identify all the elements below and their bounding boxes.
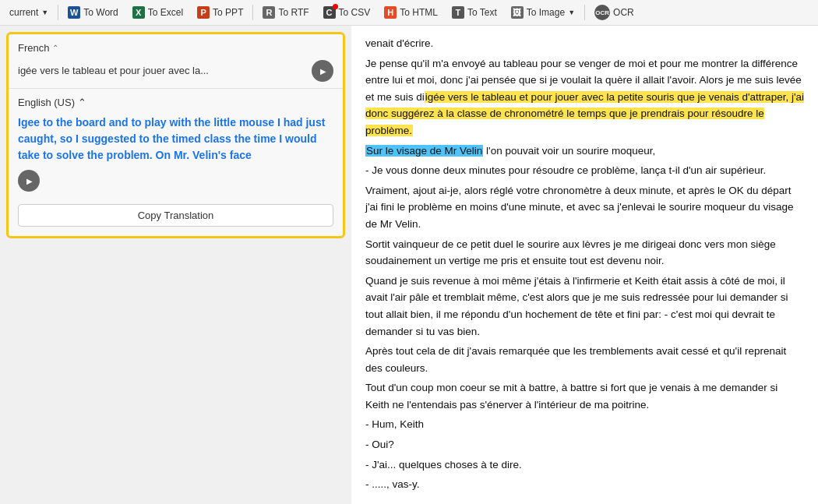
source-lang-selector[interactable]: French ⌃ — [18, 42, 333, 54]
target-lang-selector[interactable]: English (US) ⌃ — [18, 97, 333, 108]
translated-text: Igee to the board and to play with the l… — [18, 115, 333, 164]
para-4: Vraiment, ajout ai-je, alors réglé votre… — [365, 182, 804, 233]
to-word-btn[interactable]: W To Word — [62, 4, 124, 21]
translation-target: English (US) ⌃ Igee to the board and to … — [9, 89, 343, 198]
to-rtf-btn[interactable]: R To RTF — [256, 4, 315, 21]
translation-panel: French ⌃ igée vers le tableau et pour jo… — [6, 32, 345, 238]
para-9: - Hum, Keith — [365, 416, 804, 433]
excel-icon: X — [132, 6, 145, 19]
html-icon: H — [384, 6, 397, 19]
to-csv-btn[interactable]: C To CSV — [317, 4, 377, 21]
divider-3 — [584, 5, 585, 20]
toolbar: current ▼ W To Word X To Excel P To PPT … — [0, 0, 818, 26]
target-play-button[interactable] — [18, 170, 40, 192]
para-5: Sortit vainqueur de ce petit duel le sou… — [365, 236, 804, 270]
para-10: - Oui? — [365, 436, 804, 453]
source-play-button[interactable] — [312, 60, 333, 82]
csv-icon: C — [323, 6, 336, 19]
target-lang-label: English (US) — [18, 97, 75, 108]
to-html-btn[interactable]: H To HTML — [378, 4, 444, 21]
divider-1 — [58, 5, 58, 20]
source-lang-chevron-icon: ⌃ — [52, 44, 58, 52]
to-excel-btn[interactable]: X To Excel — [126, 4, 189, 21]
source-text-row: igée vers le tableau et pour jouer avec … — [18, 60, 333, 82]
source-text: igée vers le tableau et pour jouer avec … — [18, 64, 305, 78]
csv-dot — [333, 4, 338, 9]
para-11: - J'ai... quelques choses à te dire. — [365, 456, 804, 474]
para-3: - Je vous donne deux minutes pour résoud… — [365, 162, 804, 179]
current-label: current — [9, 7, 38, 18]
target-lang-chevron-icon: ⌃ — [78, 97, 86, 108]
ocr-icon: OCR — [594, 5, 610, 20]
image-chevron-icon: ▼ — [568, 9, 575, 16]
para-12: - ....., vas-y. — [365, 476, 804, 493]
word-icon: W — [68, 6, 80, 19]
para-0: venait d'écrire. — [365, 35, 804, 52]
para-6: Quand je suis revenue à moi même j'étais… — [365, 273, 804, 340]
ppt-icon: P — [197, 6, 210, 19]
text-icon: T — [452, 6, 464, 19]
image-icon: 🖼 — [511, 6, 524, 19]
para-7: Après tout cela de dit j'avais remarquée… — [365, 343, 804, 376]
translation-source: French ⌃ igée vers le tableau et pour jo… — [9, 34, 343, 89]
highlight-blue-1: Sur le visage de Mr Velin — [365, 145, 483, 157]
current-btn[interactable]: current ▼ — [3, 5, 55, 20]
source-lang-label: French — [18, 42, 49, 54]
document-panel: venait d'écrire. Je pense qu'il m'a envo… — [351, 26, 818, 504]
para-1: Je pense qu'il m'a envoyé au tableau pou… — [365, 55, 804, 139]
divider-2 — [252, 5, 253, 20]
copy-translation-button[interactable]: Copy Translation — [18, 204, 333, 227]
to-ppt-btn[interactable]: P To PPT — [191, 4, 249, 21]
para-8: Tout d'un coup mon coeur se mit à battre… — [365, 379, 804, 413]
to-image-btn[interactable]: 🖼 To Image ▼ — [505, 4, 581, 21]
to-text-btn[interactable]: T To Text — [446, 4, 503, 21]
rtf-icon: R — [263, 6, 275, 19]
chevron-down-icon: ▼ — [41, 9, 48, 16]
main-area: French ⌃ igée vers le tableau et pour jo… — [0, 26, 818, 504]
ocr-btn[interactable]: OCR OCR — [588, 2, 640, 23]
highlight-yellow-1: igée vers le tableau et pour jouer avec … — [365, 91, 804, 136]
para-2: Sur le visage de Mr Velin l'on pouvait v… — [365, 143, 804, 160]
